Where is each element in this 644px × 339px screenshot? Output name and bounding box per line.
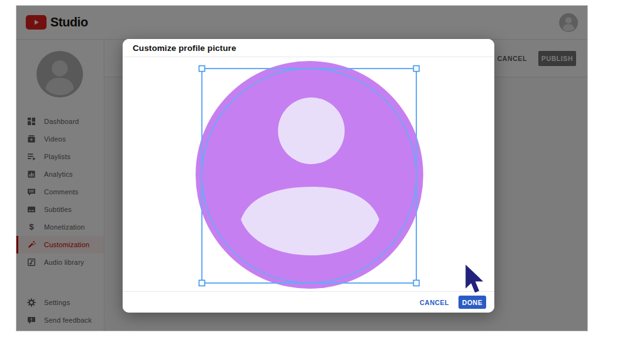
customize-profile-picture-dialog: Customize profile picture CANCEL DONE — [123, 39, 494, 313]
crop-handle-bottom-left[interactable] — [199, 281, 205, 286]
crop-handle-top-right[interactable] — [414, 66, 419, 72]
dialog-header: Customize profile picture — [123, 39, 494, 57]
dialog-done-button[interactable]: DONE — [458, 296, 486, 309]
dialog-cancel-button[interactable]: CANCEL — [419, 299, 449, 306]
dialog-footer: CANCEL DONE — [123, 291, 494, 313]
profile-picture-crop-editor — [123, 39, 494, 292]
crop-handle-bottom-right[interactable] — [414, 281, 419, 286]
silhouette-head — [278, 97, 345, 164]
dialog-title: Customize profile picture — [133, 43, 236, 53]
crop-handle-top-left[interactable] — [199, 66, 205, 72]
